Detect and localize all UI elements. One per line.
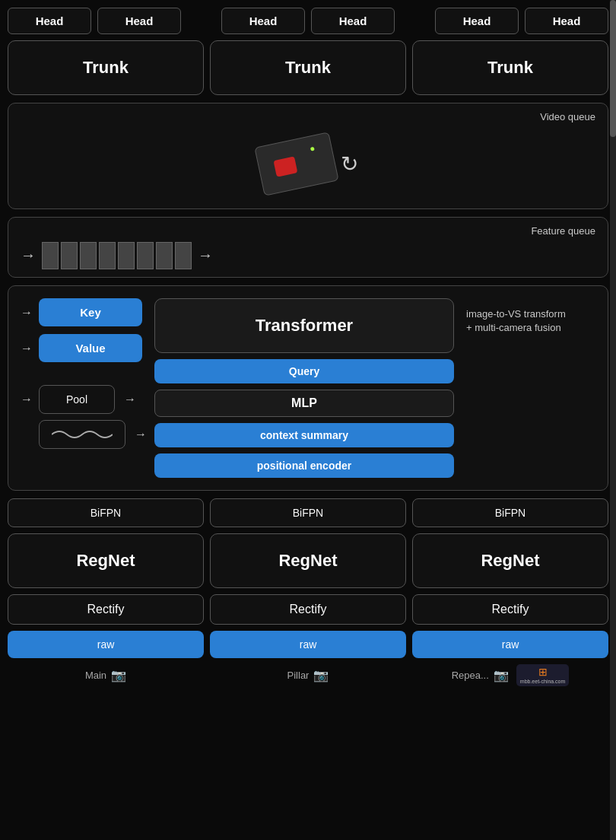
feature-blocks [42, 242, 192, 269]
heads-group-2: Head Head [221, 8, 395, 34]
head-button-3-1[interactable]: Head [435, 8, 519, 34]
heads-group-3: Head Head [435, 8, 608, 34]
trunk-box-1: Trunk [8, 40, 204, 95]
transformer-mid-col: Transformer Query MLP context summary po… [154, 298, 454, 478]
watermark: ⊞ mbb.eet-china.com [516, 664, 570, 686]
feat-block-5 [118, 242, 135, 269]
pillar-camera-icon: 📷 [313, 668, 329, 682]
feature-queue-section: Feature queue → → [8, 217, 608, 278]
head-button-2-2[interactable]: Head [311, 8, 395, 34]
head-button-1-1[interactable]: Head [8, 8, 91, 34]
transform-description: image-to-VS transform+ multi-camera fusi… [466, 307, 595, 335]
feat-block-7 [156, 242, 173, 269]
wave-svg [52, 427, 113, 442]
camera-label-pillar: Pillar 📷 [210, 664, 406, 686]
feature-queue-label: Feature queue [21, 225, 595, 237]
camera-label-main: Main 📷 [8, 664, 204, 686]
bifpn-box-1: BiFPN [8, 498, 204, 527]
bifpn-row: BiFPN BiFPN BiFPN [8, 498, 608, 527]
query-box: Query [154, 359, 454, 383]
rectify-row: Rectify Rectify Rectify [8, 594, 608, 625]
camera-red-indicator [273, 156, 297, 177]
feat-block-8 [175, 242, 192, 269]
camera-card [254, 132, 338, 196]
pool-out-arrow-icon: → [124, 393, 136, 406]
heads-row: Head Head Head Head Head Head [8, 8, 608, 34]
head-button-2-1[interactable]: Head [221, 8, 305, 34]
repeat-camera-icon: 📷 [494, 668, 509, 682]
transformer-section: → Key → Value → Pool → → [8, 285, 608, 491]
feat-block-1 [42, 242, 59, 269]
key-arrow-icon: → [21, 306, 33, 320]
rotate-arrow-icon: ↻ [341, 154, 358, 175]
key-row: → Key [21, 298, 142, 326]
mlp-box: MLP [154, 390, 454, 417]
scrollbar[interactable] [610, 0, 616, 840]
raw-box-2: raw [210, 631, 406, 658]
camera-label-repeat: Repea... 📷 ⊞ mbb.eet-china.com [412, 664, 608, 686]
wave-out-arrow-icon: → [135, 428, 147, 441]
camera-labels-row: Main 📷 Pillar 📷 Repea... 📷 ⊞ mbb.eet-chi… [8, 664, 608, 686]
bifpn-box-2: BiFPN [210, 498, 406, 527]
video-queue-label: Video queue [21, 111, 595, 123]
video-queue-section: Video queue ↻ [8, 103, 608, 209]
trunk-box-3: Trunk [412, 40, 608, 95]
feature-arrow-right: → [198, 247, 213, 264]
head-button-3-2[interactable]: Head [525, 8, 608, 34]
raw-box-1: raw [8, 631, 204, 658]
value-row: → Value [21, 334, 142, 362]
bifpn-box-3: BiFPN [412, 498, 608, 527]
pool-wave-group: → Pool → → → [21, 385, 142, 449]
feat-block-6 [137, 242, 154, 269]
regnet-box-2: RegNet [210, 533, 406, 588]
feature-arrow-left: → [21, 247, 36, 264]
pillar-camera-text: Pillar [287, 670, 310, 681]
pool-row: → Pool → [21, 385, 142, 414]
wave-box [39, 420, 125, 449]
raw-row: raw raw raw [8, 631, 608, 658]
rectify-box-3: Rectify [412, 594, 608, 625]
camera-dot-indicator [310, 147, 314, 151]
feat-block-4 [99, 242, 116, 269]
video-canvas: ↻ [21, 127, 595, 201]
feature-queue-content: → → [21, 241, 595, 269]
wave-row: → → [21, 420, 142, 449]
trunks-row: Trunk Trunk Trunk [8, 40, 608, 95]
transformer-right-col: image-to-VS transform+ multi-camera fusi… [466, 298, 595, 478]
repeat-camera-text: Repea... [452, 670, 489, 681]
head-button-1-2[interactable]: Head [97, 8, 181, 34]
context-summary-box: context summary [154, 423, 454, 447]
regnet-box-1: RegNet [8, 533, 204, 588]
value-arrow-icon: → [21, 342, 33, 355]
positional-encoder-box: positional encoder [154, 453, 454, 478]
regnet-row: RegNet RegNet RegNet [8, 533, 608, 588]
rectify-box-2: Rectify [210, 594, 406, 625]
main-camera-icon: 📷 [111, 668, 126, 682]
trunk-box-2: Trunk [210, 40, 406, 95]
transformer-left-col: → Key → Value → Pool → → [21, 298, 142, 478]
pool-box: Pool [39, 385, 115, 414]
regnet-box-3: RegNet [412, 533, 608, 588]
rectify-box-1: Rectify [8, 594, 204, 625]
pool-arrow-icon: → [21, 393, 33, 406]
feat-block-2 [61, 242, 78, 269]
scrollbar-thumb[interactable] [610, 0, 616, 137]
value-box: Value [39, 334, 142, 362]
key-box: Key [39, 298, 142, 326]
transformer-big-box: Transformer [154, 298, 454, 353]
raw-box-3: raw [412, 631, 608, 658]
feat-block-3 [80, 242, 97, 269]
heads-group-1: Head Head [8, 8, 181, 34]
main-camera-text: Main [85, 670, 106, 681]
